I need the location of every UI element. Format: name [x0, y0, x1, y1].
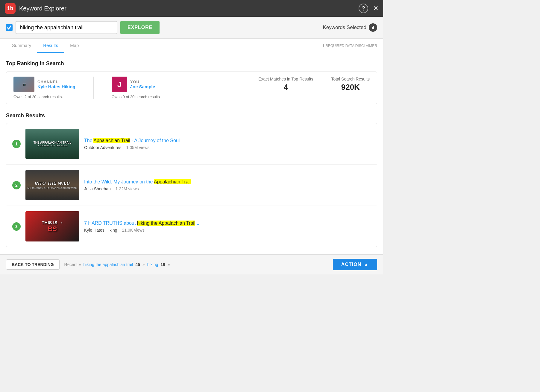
title-highlight-3: hiking the Appalachian Trail	[137, 221, 195, 226]
action-label: ACTION	[341, 262, 361, 267]
title-text: The	[84, 138, 93, 143]
channel-name[interactable]: Kyle Hates Hiking	[37, 84, 75, 89]
tab-results[interactable]: Results	[37, 39, 64, 53]
exact-matches-stat: Exact Matches in Top Results 4	[258, 77, 313, 92]
app-icon: 1b	[5, 3, 16, 14]
result-info-2: Into the Wild: My Journey on the Appalac…	[84, 179, 371, 191]
result-thumb-1: THE APPALACHIAN TRAIL A JOURNEY OF THE S…	[25, 129, 79, 159]
ranking-channel-block: 📷 CHANNEL Kyle Hates Hiking Owns 2 of 20…	[13, 77, 75, 99]
channel-thumbnail-img: 📷	[13, 77, 34, 92]
keywords-selected-badge: 4	[369, 23, 377, 32]
result-title-3[interactable]: 7 HARD TRUTHS about hiking the Appalachi…	[84, 221, 371, 226]
you-label: YOU	[130, 80, 155, 84]
result-meta-2: Julia Sheehan 1.22M views	[84, 186, 371, 191]
result-channel-2[interactable]: Julia Sheehan	[84, 186, 111, 191]
app-title: Keyword Explorer	[19, 5, 66, 12]
result-channel-1[interactable]: Outdoor Adventures	[84, 145, 122, 150]
thumb-img-1: THE APPALACHIAN TRAIL A JOURNEY OF THE S…	[25, 129, 79, 159]
ranking-stats: Exact Matches in Top Results 4 Total Sea…	[258, 77, 370, 92]
total-results-stat: Total Search Results 920K	[331, 77, 370, 92]
result-views-2: 1.22M views	[116, 186, 139, 191]
titlebar-left: 1b Keyword Explorer	[5, 3, 66, 14]
bottom-bar: BACK TO TRENDING Recent:» hiking the app…	[0, 254, 383, 274]
title-text-a: Into the Wild: My Journey on the	[84, 179, 154, 184]
top-ranking-title: Top Ranking in Search	[6, 60, 377, 67]
result-info-1: The Appalachian Trail - A Journey of the…	[84, 138, 371, 150]
title-highlight-2: Appalachian Trail	[154, 179, 191, 184]
channel-label: CHANNEL	[37, 80, 75, 84]
recent-arrow-2: »	[168, 262, 170, 267]
recent-count-2: 19	[160, 262, 165, 267]
recent-keyword-1[interactable]: hiking the appalachian trail	[84, 262, 133, 267]
thumb-img-3: THIS IS → BS	[25, 211, 79, 241]
results-container: 1 THE APPALACHIAN TRAIL A JOURNEY OF THE…	[6, 123, 377, 247]
recent-keyword-2[interactable]: hiking	[147, 262, 158, 267]
help-button[interactable]: ?	[359, 4, 368, 13]
explore-button[interactable]: EXPLORE	[120, 21, 160, 34]
total-results-label: Total Search Results	[331, 77, 370, 81]
recent-arrow-1: »	[142, 262, 145, 267]
title-highlight: Appalachian Trail	[93, 138, 130, 143]
recent-label: Recent:»	[64, 262, 81, 267]
tabs-bar: Summary Results Map ℹ REQUIRED DATA DISC…	[0, 39, 383, 53]
exact-matches-label: Exact Matches in Top Results	[258, 77, 313, 81]
channel-thumbnail: 📷	[13, 77, 34, 92]
search-results-title: Search Results	[6, 113, 377, 119]
you-row: J YOU Joe Sample	[112, 77, 160, 92]
action-button[interactable]: ACTION ▲	[333, 259, 377, 270]
disclaimer-text: REQUIRED DATA DISCLAIMER	[325, 44, 377, 48]
thumb-text-1: THE APPALACHIAN TRAIL A JOURNEY OF THE S…	[34, 141, 72, 147]
total-results-value: 920K	[341, 83, 360, 92]
result-thumb-2: INTO THE WILD MY JOURNEY ON THE APPALACH…	[25, 170, 79, 200]
search-area: EXPLORE Keywords Selected 4	[0, 17, 383, 39]
result-number-2: 2	[12, 181, 21, 189]
info-icon: ℹ	[323, 44, 324, 48]
channel-info: CHANNEL Kyle Hates Hiking	[37, 80, 75, 89]
result-views-3: 21.9K views	[122, 228, 145, 233]
channel-row: 📷 CHANNEL Kyle Hates Hiking	[13, 77, 75, 92]
search-checkbox[interactable]	[6, 24, 13, 31]
channel-thumb-text: 📷	[22, 82, 26, 86]
thumb-img-2: INTO THE WILD MY JOURNEY ON THE APPALACH…	[25, 170, 79, 200]
thumb-text-2: INTO THE WILD MY JOURNEY ON THE APPALACH…	[28, 181, 77, 189]
close-button[interactable]: ✕	[373, 4, 378, 12]
channel-owns: Owns 2 of 20 search results.	[13, 95, 75, 99]
table-row: 3 THIS IS → BS 7 HARD TRUTHS about hikin…	[6, 206, 377, 247]
keywords-selected: Keywords Selected 4	[323, 23, 377, 32]
result-thumb-3: THIS IS → BS	[25, 211, 79, 241]
recent-section: Recent:» hiking the appalachian trail 45…	[64, 262, 170, 267]
result-number-1: 1	[12, 140, 21, 148]
titlebar: 1b Keyword Explorer ? ✕	[0, 0, 383, 17]
divider-1	[93, 77, 94, 99]
search-input[interactable]	[16, 21, 117, 34]
back-to-trending-button[interactable]: BACK TO TRENDING	[6, 259, 60, 270]
you-owns: Owns 0 of 20 search results	[112, 95, 160, 99]
exact-matches-value: 4	[284, 83, 288, 92]
title-text-2: - A Journey of the Soul	[130, 138, 180, 143]
titlebar-right: ? ✕	[359, 4, 378, 13]
result-number-3: 3	[12, 222, 21, 231]
table-row: 1 THE APPALACHIAN TRAIL A JOURNEY OF THE…	[6, 123, 377, 165]
table-row: 2 INTO THE WILD MY JOURNEY ON THE APPALA…	[6, 165, 377, 206]
tab-summary[interactable]: Summary	[6, 39, 37, 53]
you-name[interactable]: Joe Sample	[130, 84, 155, 89]
you-info: YOU Joe Sample	[130, 80, 155, 89]
result-title-2[interactable]: Into the Wild: My Journey on the Appalac…	[84, 179, 371, 185]
result-title-1[interactable]: The Appalachian Trail - A Journey of the…	[84, 138, 371, 143]
action-arrow-icon: ▲	[364, 262, 369, 267]
disclaimer: ℹ REQUIRED DATA DISCLAIMER	[323, 44, 377, 48]
thumb-text-3: THIS IS → BS	[40, 219, 64, 234]
keywords-selected-label: Keywords Selected	[323, 25, 366, 31]
result-views-1: 1.05M views	[126, 145, 150, 150]
tabs-left: Summary Results Map	[6, 39, 85, 53]
result-meta-1: Outdoor Adventures 1.05M views	[84, 145, 371, 150]
title-ellipsis: ...	[195, 221, 199, 226]
result-meta-3: Kyle Hates Hiking 21.9K views	[84, 228, 371, 233]
result-info-3: 7 HARD TRUTHS about hiking the Appalachi…	[84, 221, 371, 233]
title-text-b: 7 HARD TRUTHS about	[84, 221, 137, 226]
ranking-you-block: J YOU Joe Sample Owns 0 of 20 search res…	[112, 77, 160, 99]
you-avatar: J	[112, 77, 127, 92]
tab-map[interactable]: Map	[64, 39, 85, 53]
result-channel-3[interactable]: Kyle Hates Hiking	[84, 228, 117, 233]
main-content: Top Ranking in Search 📷 CHANNEL Kyle Hat…	[0, 53, 383, 254]
